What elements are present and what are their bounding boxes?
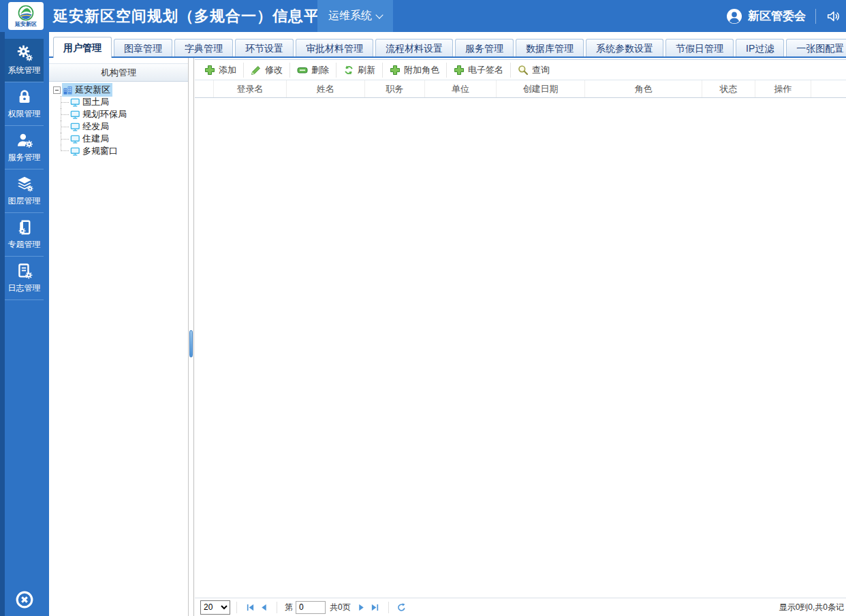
table-header-row: 登录名 姓名 职务 单位 创建日期 角色 状态 操作 (195, 80, 846, 98)
edit-icon (251, 65, 262, 76)
tab-dictionary-management[interactable]: 字典管理 (174, 39, 233, 58)
sidebar-item-layer-management[interactable]: 图层管理 (5, 169, 44, 213)
logo-text: 延安新区 (15, 21, 37, 27)
column-header-filler (811, 80, 846, 97)
avatar-icon[interactable] (726, 8, 742, 25)
column-header-position: 职务 (365, 80, 425, 97)
user-name[interactable]: 新区管委会 (748, 8, 806, 24)
tree-node-root[interactable]: 延安新区 (53, 84, 188, 96)
prev-page-button[interactable] (257, 600, 270, 614)
sidebar-accent-strip (0, 32, 5, 616)
splitter-handle[interactable] (189, 330, 193, 357)
tree-node-label: 规划环保局 (82, 108, 127, 120)
tree-node-land-bureau[interactable]: 国土局 (61, 96, 188, 108)
column-header-name: 姓名 (287, 80, 365, 97)
sidebar-item-system-management[interactable]: 系统管理 (5, 39, 44, 82)
tab-database-management[interactable]: 数据库管理 (516, 39, 584, 58)
append-role-icon (390, 65, 401, 76)
tab-holiday-management[interactable]: 节假日管理 (665, 39, 734, 58)
page-number-input[interactable] (296, 601, 326, 614)
signature-icon (454, 65, 465, 76)
monitor-icon (70, 134, 80, 144)
tree-connector (61, 133, 69, 145)
tree-node-housing-bureau[interactable]: 住建局 (61, 133, 188, 145)
tabbar-underline (49, 56, 846, 58)
panel-splitter (189, 58, 194, 616)
refresh-icon (343, 65, 354, 76)
e-signature-button[interactable]: 电子签名 (446, 63, 510, 78)
sidebar-collapse-button[interactable] (5, 590, 44, 609)
sidebar-item-log-management[interactable]: 日志管理 (5, 257, 44, 300)
page-title: 延安新区空间规划（多规合一）信息平台 (53, 0, 335, 32)
sidebar-item-service-management[interactable]: 服务管理 (5, 126, 44, 169)
edit-button[interactable]: 修改 (243, 63, 289, 78)
tab-approval-material-management[interactable]: 审批材料管理 (296, 39, 373, 58)
pager-divider (388, 602, 389, 613)
tree-connector (61, 120, 69, 133)
header-divider (815, 9, 816, 24)
tree-node-label: 国土局 (82, 96, 109, 108)
next-page-icon (357, 603, 366, 612)
layers-icon (16, 175, 33, 193)
tree-node-multi-plan-window[interactable]: 多规窗口 (61, 145, 188, 157)
pager-divider (236, 602, 237, 613)
expander-icon[interactable] (53, 86, 61, 94)
tab-ip-filter[interactable]: IP过滤 (736, 39, 784, 58)
monitor-icon (70, 97, 80, 108)
tab-process-material-settings[interactable]: 流程材料设置 (375, 39, 453, 58)
system-menu-button[interactable]: 运维系统 (317, 0, 393, 32)
main-panel: 添加 修改 删除 刷新 (195, 58, 846, 616)
tab-step-settings[interactable]: 环节设置 (235, 39, 294, 58)
delete-icon (297, 65, 308, 76)
pager-divider (277, 602, 277, 613)
tab-seal-management[interactable]: 图章管理 (114, 39, 172, 58)
user-gear-icon (16, 131, 33, 149)
doc-gear-icon (16, 262, 33, 280)
last-page-button[interactable] (369, 600, 382, 614)
monitor-icon (70, 122, 80, 132)
speaker-icon[interactable] (826, 9, 841, 24)
next-page-button[interactable] (355, 600, 369, 614)
tab-system-parameter-settings[interactable]: 系统参数设置 (586, 39, 663, 58)
tab-one-map-config[interactable]: 一张图配置 (786, 39, 846, 58)
tree-connector (61, 96, 69, 108)
first-page-icon (246, 603, 255, 612)
tree-node-label: 延安新区 (75, 84, 110, 96)
exit-icon (15, 590, 34, 609)
refresh-button[interactable]: 刷新 (336, 63, 382, 78)
tab-user-management[interactable]: 用户管理 (53, 37, 112, 58)
book-gear-icon (16, 218, 33, 236)
tree-node-label: 多规窗口 (82, 145, 118, 157)
organization-panel-title: 机构管理 (49, 63, 188, 82)
reload-button[interactable] (395, 600, 409, 614)
sidebar-item-permission-management[interactable]: 权限管理 (5, 82, 44, 126)
column-header-actions: 操作 (755, 80, 811, 97)
delete-button[interactable]: 删除 (289, 63, 336, 78)
logo-emblem-icon (18, 5, 34, 21)
reload-icon (397, 603, 406, 612)
total-pages-label: 共0页 (330, 602, 351, 613)
sidebar-item-theme-management[interactable]: 专题管理 (5, 213, 44, 257)
column-header-unit: 单位 (425, 80, 497, 97)
add-icon (204, 65, 215, 76)
tree-node-planning-env-bureau[interactable]: 规划环保局 (61, 108, 188, 120)
tree-node-label: 住建局 (82, 133, 109, 145)
tree-node-economic-bureau[interactable]: 经发局 (61, 120, 188, 133)
chevron-down-icon (375, 11, 383, 18)
tab-service-management[interactable]: 服务管理 (455, 39, 514, 58)
append-role-button[interactable]: 附加角色 (382, 63, 446, 78)
tree-node-label: 经发局 (82, 120, 109, 133)
sidebar: 系统管理 权限管理 服务管理 图层管理 (0, 32, 49, 616)
page-size-select[interactable]: 20 (200, 600, 230, 615)
prev-page-icon (260, 603, 268, 612)
column-header-create-date: 创建日期 (497, 80, 585, 97)
organization-tree: 延安新区 国土局 规划环保局 (49, 82, 188, 157)
add-button[interactable]: 添加 (198, 63, 243, 78)
organization-panel: 机构管理 延安新区 (49, 58, 189, 616)
last-page-icon (371, 603, 379, 612)
search-button[interactable]: 查询 (510, 63, 557, 78)
first-page-button[interactable] (243, 600, 257, 614)
tree-connector (61, 108, 69, 120)
gears-icon (16, 44, 33, 62)
search-icon (518, 65, 529, 76)
